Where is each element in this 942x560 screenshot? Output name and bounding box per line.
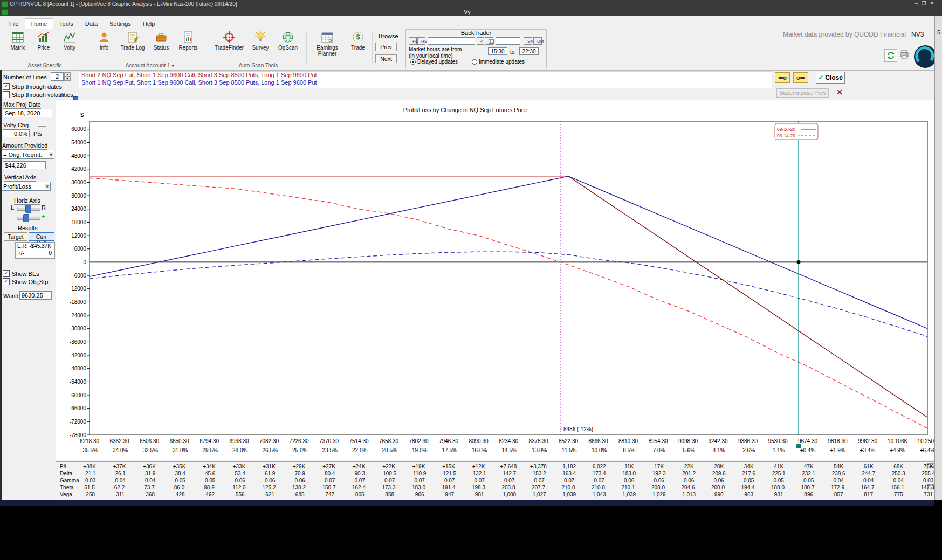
table-cell: -0.05: [802, 478, 814, 483]
table-cell: 194.4: [741, 485, 754, 490]
hs-button[interactable]: HS: [417, 37, 425, 45]
ribbon-button-trade-log[interactable]: Trade Log: [118, 30, 148, 51]
ribbon-button-reports[interactable]: Reports: [175, 30, 202, 51]
horiz-axis-slider-thumb[interactable]: [25, 205, 31, 213]
table-cell: -1,039: [621, 492, 636, 497]
table-cell: 203.8: [501, 485, 515, 490]
lines-spin-down[interactable]: ▾: [64, 77, 71, 81]
refresh-button[interactable]: [884, 49, 897, 62]
menu-help[interactable]: Help: [137, 19, 161, 29]
lines-spin-up[interactable]: ▴: [64, 72, 71, 77]
step-through-volatilities-checkbox[interactable]: Step through volatilities: [3, 91, 73, 98]
curr-bell-button[interactable]: Curr Bell: [29, 232, 54, 241]
hd-button[interactable]: HD: [409, 37, 417, 45]
market-close-input[interactable]: [519, 47, 539, 55]
amount-provided-input[interactable]: [3, 161, 46, 169]
back-arrow-button[interactable]: <: [477, 37, 484, 45]
table-cell: 210.0: [561, 485, 575, 490]
step-through-dates-checkbox[interactable]: ✓ Step through dates: [3, 83, 62, 90]
delete-graph-button[interactable]: ✕: [835, 87, 844, 97]
app-icon: [2, 1, 8, 8]
table-cell: -817: [862, 492, 873, 497]
backtrader-panel: BackTrader HD HS < SM DM Market hours ar…: [405, 29, 547, 68]
ribbon-button-matrix[interactable]: Matrix: [5, 30, 30, 51]
table-cell: +36K: [143, 464, 156, 469]
nv3-badge: NV3: [911, 31, 924, 38]
checkbox-unchecked: [3, 91, 10, 98]
table-cell: -0.07: [412, 478, 425, 483]
maximize-button[interactable]: ❐: [922, 1, 930, 6]
table-cell: -250.3: [890, 471, 905, 476]
target-button[interactable]: Target: [4, 232, 27, 241]
menu-settings[interactable]: Settings: [104, 19, 137, 29]
immediate-updates-radio[interactable]: [472, 59, 477, 65]
table-cell: -0.06: [682, 478, 695, 483]
minimize-button[interactable]: ─: [915, 1, 922, 6]
ribbon-button-earnings-planner[interactable]: $ Earnings Planner: [311, 30, 344, 57]
browse-next-button[interactable]: Next: [375, 54, 397, 63]
market-open-input[interactable]: [488, 47, 507, 55]
menu-data[interactable]: Data: [79, 19, 104, 29]
calendar-button[interactable]: [485, 37, 493, 45]
menu-tools[interactable]: Tools: [53, 19, 79, 29]
ribbon-button-volty[interactable]: Volty: [57, 30, 82, 51]
volty-options-button[interactable]: ...: [38, 121, 46, 127]
table-cell: 98.9: [204, 485, 214, 490]
svg-text:8810.30: 8810.30: [618, 438, 638, 444]
table-cell: -805: [353, 492, 364, 497]
svg-text:+0.4%: +0.4%: [800, 447, 816, 453]
trade-log-icon: [126, 30, 140, 45]
ribbon-button-opscan[interactable]: OpScan: [274, 30, 301, 51]
svg-text:7658.30: 7658.30: [379, 438, 399, 444]
amount-mode-dropdown[interactable]: = Orig. Reqmt. ▾: [1, 150, 54, 159]
ribbon-button-price[interactable]: Price: [31, 30, 56, 51]
graphic-analysis-window: Number of Lines ▴ ▾ Short 2 NQ Sep Fut, …: [0, 70, 934, 500]
ribbon-button-tradefinder[interactable]: TradeFinder: [212, 30, 246, 51]
close-button[interactable]: ✓ Close: [816, 72, 845, 84]
ribbon-button-survey[interactable]: Survey: [247, 30, 273, 51]
backtrader-date-input[interactable]: [428, 37, 475, 45]
table-cell: -28K: [712, 464, 724, 469]
volty-chg-input[interactable]: [3, 129, 30, 137]
vertical-axis-dropdown[interactable]: Profit/Loss ▾: [1, 182, 51, 191]
table-cell: +27K: [322, 464, 335, 469]
group-label-account[interactable]: Account Account 1 ▾: [92, 63, 208, 68]
profit-loss-chart[interactable]: Profit/Loss by Change in NQ Sep Futures …: [56, 100, 934, 461]
table-cell: +35K: [173, 464, 186, 469]
table-cell: -0.04: [143, 478, 156, 483]
zoom-slider-thumb[interactable]: [23, 214, 29, 222]
menu-home[interactable]: Home: [25, 18, 53, 29]
group-auto-scan: TradeFinder Survey OpScan Auto-Scan Tool…: [212, 29, 305, 70]
table-cell: -45.6: [203, 471, 216, 476]
overlay-label: Vy: [0, 9, 934, 15]
show-obj-stp-checkbox[interactable]: ✓ Show Obj,Stp: [3, 278, 48, 285]
backtrader-value-input[interactable]: [496, 37, 520, 45]
table-cell: -100.5: [381, 471, 396, 476]
svg-text:8954.30: 8954.30: [648, 438, 668, 444]
svg-text:10.106K: 10.106K: [888, 438, 908, 444]
ribbon-button-trade[interactable]: $ Trade: [346, 30, 370, 51]
close-window-button[interactable]: ✕: [930, 1, 938, 6]
browse-prev-button[interactable]: Prev: [375, 43, 397, 51]
ribbon-button-info[interactable]: Info: [92, 30, 116, 51]
dm-button[interactable]: DM: [533, 37, 542, 45]
ribbon-button-status[interactable]: Status: [149, 30, 174, 51]
prev-graph-button[interactable]: ⇐o: [775, 72, 790, 83]
table-cell: -121.5: [441, 471, 456, 476]
svg-text:-34.0%: -34.0%: [111, 447, 128, 453]
sm-button[interactable]: SM: [524, 37, 532, 45]
max-proj-date-input[interactable]: [3, 109, 52, 117]
svg-text:6938.30: 6938.30: [229, 438, 249, 444]
next-graph-button[interactable]: o⇒: [793, 72, 808, 83]
print-button[interactable]: [898, 49, 910, 61]
show-bes-checkbox[interactable]: ✓ Show BEs: [3, 270, 39, 277]
superimpose-prev-button[interactable]: Superimpose Prev: [776, 88, 829, 98]
number-of-lines-input[interactable]: [51, 72, 64, 81]
svg-text:+3.4%: +3.4%: [860, 447, 876, 453]
table-row-label: Gamma: [60, 478, 79, 483]
table-cell: -142.7: [501, 471, 516, 476]
table-cell: -747: [324, 492, 334, 497]
wand-input[interactable]: [19, 291, 52, 300]
delayed-updates-radio[interactable]: [410, 59, 416, 65]
menu-file[interactable]: File: [3, 19, 25, 29]
